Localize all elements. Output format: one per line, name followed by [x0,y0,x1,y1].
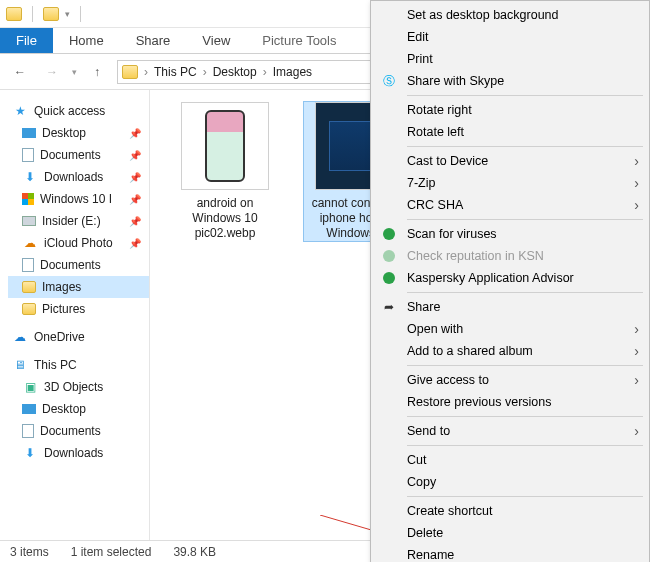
chevron-right-icon: › [634,423,639,439]
chevron-right-icon[interactable]: › [144,65,148,79]
sidebar-item-documents[interactable]: Documents [8,254,149,276]
tab-view[interactable]: View [186,28,246,53]
menu-cast-to-device[interactable]: Cast to Device› [373,150,647,172]
onedrive-icon: ☁ [12,329,28,345]
sidebar-quick-access[interactable]: ★Quick access [8,100,149,122]
pin-icon: 📌 [129,238,145,249]
chevron-right-icon[interactable]: › [203,65,207,79]
sidebar-item-icloud[interactable]: ☁iCloud Photo📌 [8,232,149,254]
menu-kaspersky-advisor[interactable]: Kaspersky Application Advisor [373,267,647,289]
kaspersky-icon [381,228,397,240]
menu-share-with-skype[interactable]: ⓈShare with Skype [373,70,647,92]
context-menu: Set as desktop background Edit Print ⓈSh… [370,0,650,562]
sidebar-item-documents[interactable]: Documents📌 [8,144,149,166]
skype-icon: Ⓢ [381,73,397,90]
pin-icon: 📌 [129,194,145,205]
menu-rename[interactable]: Rename [373,544,647,562]
status-item-count: 3 items [10,545,49,559]
menu-send-to[interactable]: Send to› [373,420,647,442]
sidebar-item-desktop[interactable]: Desktop [8,398,149,420]
quick-access-toolbar: ▾ [0,6,85,22]
chevron-right-icon: › [634,372,639,388]
file-name-label: android on Windows 10 pic02.webp [170,196,280,241]
chevron-down-icon[interactable]: ▾ [65,9,70,19]
drive-icon [22,216,36,226]
share-icon: ➦ [381,300,397,314]
folder-icon [122,65,138,79]
menu-copy[interactable]: Copy [373,471,647,493]
folder-icon [22,281,36,293]
breadcrumb[interactable]: This PC [154,65,197,79]
chevron-right-icon: › [634,321,639,337]
star-icon: ★ [12,103,28,119]
sidebar-item-windows10[interactable]: Windows 10 I📌 [8,188,149,210]
folder-icon[interactable] [43,7,59,21]
desktop-icon [22,128,36,138]
status-size: 39.8 KB [173,545,216,559]
menu-7zip[interactable]: 7-Zip› [373,172,647,194]
sidebar-item-downloads[interactable]: ⬇Downloads [8,442,149,464]
menu-cut[interactable]: Cut [373,449,647,471]
menu-give-access-to[interactable]: Give access to› [373,369,647,391]
pin-icon: 📌 [129,216,145,227]
navigation-pane: ★Quick access Desktop📌 Documents📌 ⬇Downl… [0,90,150,540]
chevron-right-icon: › [634,175,639,191]
menu-restore-previous-versions[interactable]: Restore previous versions [373,391,647,413]
sidebar-item-insider[interactable]: Insider (E:)📌 [8,210,149,232]
up-button[interactable]: ↑ [85,60,109,84]
status-selected-count: 1 item selected [71,545,152,559]
document-icon [22,148,34,162]
windows-icon [22,193,34,205]
breadcrumb[interactable]: Images [273,65,312,79]
menu-print[interactable]: Print [373,48,647,70]
tab-home[interactable]: Home [53,28,120,53]
pin-icon: 📌 [129,150,145,161]
menu-check-reputation: Check reputation in KSN [373,245,647,267]
sidebar-item-documents[interactable]: Documents [8,420,149,442]
kaspersky-icon [381,250,397,262]
tab-picture-tools[interactable]: Picture Tools [246,28,352,53]
menu-open-with[interactable]: Open with› [373,318,647,340]
sidebar-item-images[interactable]: Images [8,276,149,298]
kaspersky-icon [381,272,397,284]
menu-set-as-desktop-background[interactable]: Set as desktop background [373,4,647,26]
menu-rotate-left[interactable]: Rotate left [373,121,647,143]
sidebar-item-pictures[interactable]: Pictures [8,298,149,320]
tab-share[interactable]: Share [120,28,187,53]
back-button[interactable]: ← [8,60,32,84]
chevron-right-icon: › [634,197,639,213]
folder-icon [22,303,36,315]
sidebar-item-3dobjects[interactable]: ▣3D Objects [8,376,149,398]
chevron-right-icon: › [634,153,639,169]
download-icon: ⬇ [22,445,38,461]
menu-add-shared-album[interactable]: Add to a shared album› [373,340,647,362]
pc-icon: 🖥 [12,357,28,373]
tab-file[interactable]: File [0,28,53,53]
cloud-icon: ☁ [22,235,38,251]
desktop-icon [22,404,36,414]
menu-share[interactable]: ➦Share [373,296,647,318]
menu-rotate-right[interactable]: Rotate right [373,99,647,121]
menu-create-shortcut[interactable]: Create shortcut [373,500,647,522]
menu-delete[interactable]: Delete [373,522,647,544]
document-icon [22,258,34,272]
sidebar-item-desktop[interactable]: Desktop📌 [8,122,149,144]
chevron-right-icon[interactable]: › [263,65,267,79]
folder-icon[interactable] [6,7,22,21]
sidebar-item-downloads[interactable]: ⬇Downloads📌 [8,166,149,188]
menu-edit[interactable]: Edit [373,26,647,48]
forward-button[interactable]: → [40,60,64,84]
pin-icon: 📌 [129,172,145,183]
objects-icon: ▣ [22,379,38,395]
sidebar-this-pc[interactable]: 🖥This PC [8,354,149,376]
breadcrumb[interactable]: Desktop [213,65,257,79]
menu-crc-sha[interactable]: CRC SHA› [373,194,647,216]
document-icon [22,424,34,438]
file-item[interactable]: android on Windows 10 pic02.webp [170,102,280,241]
file-thumbnail [181,102,269,190]
chevron-right-icon: › [634,343,639,359]
pin-icon: 📌 [129,128,145,139]
chevron-down-icon[interactable]: ▾ [72,67,77,77]
sidebar-onedrive[interactable]: ☁OneDrive [8,326,149,348]
menu-scan-for-viruses[interactable]: Scan for viruses [373,223,647,245]
